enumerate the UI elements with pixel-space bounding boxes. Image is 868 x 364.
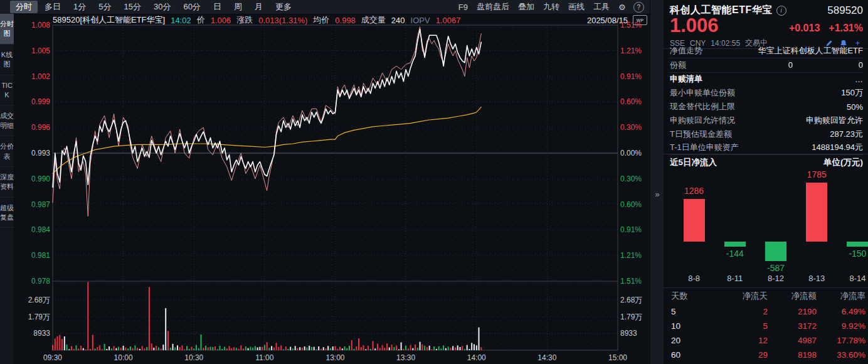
- quote-row-value: 华宝上证科创板人工智能ETF: [758, 45, 863, 56]
- table-row: 10531729.92%: [664, 319, 868, 333]
- table-cell: 6.49%: [817, 307, 865, 316]
- pct-axis-label: 0.60%: [620, 200, 642, 209]
- price-value: 1.006: [211, 16, 231, 25]
- toolbar-tab[interactable]: 15分: [118, 1, 146, 13]
- period-tabs: 分时多日1分5分15分30分60分日周月更多: [0, 1, 297, 13]
- flow-bar: [684, 199, 705, 242]
- pct-axis-label: 1.51%: [620, 277, 642, 286]
- table-cell: 20: [664, 336, 707, 345]
- table-cell: 17.78%: [817, 336, 865, 345]
- table-row: 6029819833.60%: [664, 348, 868, 362]
- toolbar-tab[interactable]: 月: [249, 1, 268, 13]
- price-axis-label: 0.999: [15, 97, 50, 106]
- quote-row-label: T日预估现金差额: [670, 129, 732, 140]
- flow-bar: [724, 242, 746, 247]
- table-header-cell: 净流额: [768, 291, 817, 302]
- divider: [664, 154, 868, 154]
- info-icon[interactable]: i: [776, 6, 786, 16]
- flow-bar-value: 1785: [797, 169, 837, 179]
- sidebar-item[interactable]: 深度资料: [0, 167, 14, 198]
- iopv-label: IOPV: [411, 16, 430, 25]
- flow-bar: [806, 183, 827, 242]
- quote-row-label: 现金替代比例上限: [670, 101, 735, 112]
- sidebar-item[interactable]: 分时图: [0, 14, 14, 45]
- pct-axis-label: 0.91%: [620, 72, 642, 81]
- quote-row-label: T-1日单位申赎资产: [670, 142, 739, 153]
- quote-row-value: 150万: [841, 87, 863, 99]
- flow-bar-date: 8-8: [674, 274, 714, 283]
- quote-row: 申赎清单…: [670, 73, 863, 87]
- change-percent: +1.31%: [828, 23, 863, 34]
- quote-row-value: 287.23元: [830, 129, 863, 140]
- time-axis-label: 11:00: [255, 353, 273, 362]
- table-header-row: 天数净流天净流额净流率: [664, 288, 868, 304]
- quote-row-label: 申购赎回允许情况: [670, 115, 735, 126]
- volume-value: 240: [391, 16, 405, 25]
- settings-gear-icon[interactable]: ⚙: [615, 3, 629, 12]
- flow-bar-date: 8-11: [715, 274, 755, 283]
- table-cell: 5: [664, 307, 707, 316]
- price-axis-label: 1.002: [15, 72, 50, 81]
- sidebar-item[interactable]: 成交明细: [0, 105, 14, 136]
- toolbar-tool[interactable]: 工具: [590, 1, 613, 13]
- time-axis-label: 13:00: [326, 353, 344, 362]
- top-toolbar: 分时多日1分5分15分30分60分日周月更多 F9盘前盘后叠加九转画线工具⚙?›: [0, 0, 664, 14]
- sidebar-item[interactable]: K线图: [0, 45, 14, 75]
- time-axis-label: 09:30: [43, 353, 62, 362]
- vol-axis-label: 1.79万: [620, 313, 642, 321]
- price-axis-label: 1.008: [15, 21, 50, 29]
- flow-bar: [847, 242, 868, 247]
- quote-row-value2: 0: [859, 60, 863, 70]
- table-header-cell: 净流率: [817, 291, 865, 302]
- vol-axis-label: 8933: [15, 329, 50, 338]
- toolbar-tab[interactable]: 多日: [39, 1, 66, 13]
- quote-row-value: 1488194.94元: [812, 142, 863, 153]
- table-header-cell: 净流天: [707, 291, 768, 302]
- pct-axis-label: 0.30%: [620, 174, 642, 183]
- flow-bar-value: -144: [715, 249, 755, 259]
- flow-chart-unit: 单位(万元): [823, 157, 863, 168]
- toolbar-tools: F9盘前盘后叠加九转画线工具⚙?›: [455, 1, 664, 13]
- vol-axis-label: 2.68万: [15, 296, 50, 304]
- help-icon[interactable]: ?: [633, 2, 644, 13]
- flow-bar-value: 1286: [674, 186, 714, 196]
- quote-row-value[interactable]: …: [855, 75, 863, 84]
- quote-row: 现金替代比例上限50%: [670, 100, 863, 114]
- intraday-chart-plot[interactable]: [53, 25, 618, 350]
- quote-panel: 科创人工智能ETF华宝 i 589520 1.006 +0.013 +1.31%…: [664, 0, 868, 364]
- toolbar-tab[interactable]: 5分: [93, 1, 117, 13]
- toolbar-tab[interactable]: 日: [208, 1, 227, 13]
- toolbar-tool[interactable]: 叠加: [515, 1, 537, 13]
- toolbar-tab[interactable]: 更多: [270, 1, 297, 13]
- toolbar-tool[interactable]: F9: [455, 3, 471, 12]
- toolbar-tool[interactable]: 画线: [565, 1, 588, 13]
- net-inflow-table: 天数净流天净流额净流率5221906.49%10531729.92%201249…: [664, 287, 868, 362]
- quote-row-value: 0: [788, 60, 793, 70]
- quote-row: T日预估现金差额287.23元: [670, 127, 863, 141]
- table-cell: 3172: [768, 321, 817, 331]
- volume-label: 成交量: [361, 14, 386, 26]
- toolbar-tab[interactable]: 30分: [148, 1, 176, 13]
- toolbar-tool[interactable]: 九转: [540, 1, 563, 13]
- quote-row: 净值走势华宝上证科创板人工智能ETF: [670, 44, 863, 58]
- collapse-chevrons-icon[interactable]: »: [650, 190, 664, 199]
- toolbar-tab[interactable]: 1分: [68, 1, 92, 13]
- price-axis-label: 0.981: [15, 251, 50, 260]
- toolbar-tab[interactable]: 60分: [177, 1, 206, 13]
- avg-value: 0.998: [335, 16, 356, 25]
- toolbar-tool[interactable]: 盘前盘后: [474, 1, 512, 13]
- sidebar-item[interactable]: 分价表: [0, 136, 14, 167]
- sidebar-item[interactable]: TICK: [0, 75, 14, 106]
- flow-bar-date: 8-13: [797, 274, 837, 283]
- panel-collapse-strip[interactable]: »: [650, 0, 665, 364]
- change-absolute: +0.013: [789, 23, 820, 34]
- toolbar-tab[interactable]: 分时: [10, 1, 38, 13]
- time-axis-label: 14:00: [467, 353, 486, 362]
- vol-axis-label: 2.68万: [620, 296, 642, 304]
- toolbar-tab[interactable]: 周: [228, 1, 248, 13]
- flow-bar-date: 8-12: [756, 274, 796, 283]
- quote-row: 申购赎回允许情况申购赎回皆允许: [670, 114, 863, 127]
- time-axis-label: 14:30: [537, 353, 556, 362]
- sidebar-item[interactable]: 超级复盘: [0, 198, 14, 228]
- table-header-cell: 天数: [664, 291, 707, 302]
